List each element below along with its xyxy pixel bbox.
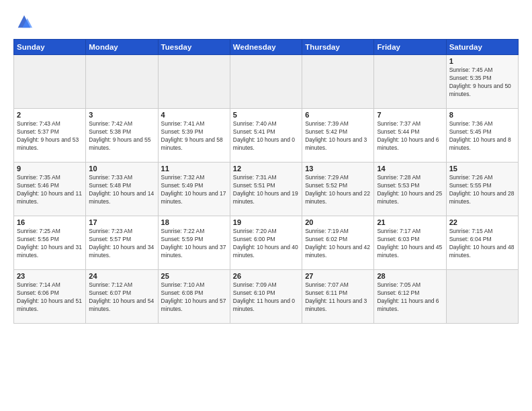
week-row-2: 2Sunrise: 7:43 AM Sunset: 5:37 PM Daylig… <box>14 109 519 163</box>
day-info: Sunrise: 7:39 AM Sunset: 5:42 PM Dayligh… <box>305 120 371 152</box>
day-number: 6 <box>305 111 371 119</box>
day-number: 28 <box>377 272 443 280</box>
week-row-1: 1Sunrise: 7:45 AM Sunset: 5:35 PM Daylig… <box>14 55 519 109</box>
day-cell: 12Sunrise: 7:31 AM Sunset: 5:51 PM Dayli… <box>230 163 302 216</box>
day-cell: 13Sunrise: 7:29 AM Sunset: 5:52 PM Dayli… <box>302 163 374 216</box>
day-number: 26 <box>233 272 299 280</box>
day-cell <box>86 55 158 109</box>
day-info: Sunrise: 7:17 AM Sunset: 6:03 PM Dayligh… <box>377 228 443 260</box>
day-cell: 2Sunrise: 7:43 AM Sunset: 5:37 PM Daylig… <box>14 109 86 163</box>
day-number: 11 <box>161 165 227 173</box>
day-number: 22 <box>449 218 515 226</box>
day-cell: 25Sunrise: 7:10 AM Sunset: 6:08 PM Dayli… <box>158 270 230 324</box>
day-number: 16 <box>17 218 83 226</box>
col-header-sunday: Sunday <box>14 40 86 55</box>
day-info: Sunrise: 7:14 AM Sunset: 6:06 PM Dayligh… <box>17 281 83 314</box>
day-info: Sunrise: 7:42 AM Sunset: 5:38 PM Dayligh… <box>89 120 154 152</box>
day-number: 5 <box>233 111 299 119</box>
day-info: Sunrise: 7:37 AM Sunset: 5:44 PM Dayligh… <box>377 120 443 152</box>
header <box>13 12 519 31</box>
day-number: 4 <box>161 111 227 119</box>
logo <box>13 12 34 31</box>
calendar-header: SundayMondayTuesdayWednesdayThursdayFrid… <box>14 40 519 55</box>
calendar-body: 1Sunrise: 7:45 AM Sunset: 5:35 PM Daylig… <box>14 55 519 324</box>
day-info: Sunrise: 7:12 AM Sunset: 6:07 PM Dayligh… <box>89 281 154 314</box>
day-cell: 8Sunrise: 7:36 AM Sunset: 5:45 PM Daylig… <box>446 109 518 163</box>
day-cell: 3Sunrise: 7:42 AM Sunset: 5:38 PM Daylig… <box>86 109 158 163</box>
day-info: Sunrise: 7:32 AM Sunset: 5:49 PM Dayligh… <box>161 174 227 206</box>
day-info: Sunrise: 7:33 AM Sunset: 5:48 PM Dayligh… <box>89 174 154 206</box>
week-row-3: 9Sunrise: 7:35 AM Sunset: 5:46 PM Daylig… <box>14 163 519 216</box>
day-number: 18 <box>161 218 227 226</box>
day-number: 25 <box>161 272 227 280</box>
day-number: 23 <box>17 272 83 280</box>
day-cell: 4Sunrise: 7:41 AM Sunset: 5:39 PM Daylig… <box>158 109 230 163</box>
week-row-4: 16Sunrise: 7:25 AM Sunset: 5:56 PM Dayli… <box>14 216 519 270</box>
day-cell <box>14 55 86 109</box>
day-cell: 18Sunrise: 7:22 AM Sunset: 5:59 PM Dayli… <box>158 216 230 270</box>
day-number: 3 <box>89 111 154 119</box>
day-number: 17 <box>89 218 154 226</box>
col-header-saturday: Saturday <box>446 40 518 55</box>
day-cell: 20Sunrise: 7:19 AM Sunset: 6:02 PM Dayli… <box>302 216 374 270</box>
day-number: 14 <box>377 165 443 173</box>
day-info: Sunrise: 7:28 AM Sunset: 5:53 PM Dayligh… <box>377 174 443 206</box>
day-info: Sunrise: 7:10 AM Sunset: 6:08 PM Dayligh… <box>161 281 227 314</box>
logo-icon <box>15 12 34 31</box>
day-info: Sunrise: 7:40 AM Sunset: 5:41 PM Dayligh… <box>233 120 299 152</box>
col-header-friday: Friday <box>374 40 446 55</box>
day-cell <box>302 55 374 109</box>
col-header-wednesday: Wednesday <box>230 40 302 55</box>
day-cell: 22Sunrise: 7:15 AM Sunset: 6:04 PM Dayli… <box>446 216 518 270</box>
day-info: Sunrise: 7:19 AM Sunset: 6:02 PM Dayligh… <box>305 228 371 260</box>
day-number: 1 <box>449 57 515 65</box>
day-number: 12 <box>233 165 299 173</box>
day-cell: 11Sunrise: 7:32 AM Sunset: 5:49 PM Dayli… <box>158 163 230 216</box>
calendar-table: SundayMondayTuesdayWednesdayThursdayFrid… <box>13 39 519 324</box>
day-cell: 26Sunrise: 7:09 AM Sunset: 6:10 PM Dayli… <box>230 270 302 324</box>
day-cell <box>230 55 302 109</box>
day-info: Sunrise: 7:29 AM Sunset: 5:52 PM Dayligh… <box>305 174 371 206</box>
day-info: Sunrise: 7:23 AM Sunset: 5:57 PM Dayligh… <box>89 228 154 260</box>
day-number: 10 <box>89 165 154 173</box>
col-header-tuesday: Tuesday <box>158 40 230 55</box>
day-cell: 24Sunrise: 7:12 AM Sunset: 6:07 PM Dayli… <box>86 270 158 324</box>
day-cell: 7Sunrise: 7:37 AM Sunset: 5:44 PM Daylig… <box>374 109 446 163</box>
day-info: Sunrise: 7:25 AM Sunset: 5:56 PM Dayligh… <box>17 228 83 260</box>
day-cell: 17Sunrise: 7:23 AM Sunset: 5:57 PM Dayli… <box>86 216 158 270</box>
day-number: 2 <box>17 111 83 119</box>
day-cell: 21Sunrise: 7:17 AM Sunset: 6:03 PM Dayli… <box>374 216 446 270</box>
day-info: Sunrise: 7:20 AM Sunset: 6:00 PM Dayligh… <box>233 228 299 260</box>
day-info: Sunrise: 7:07 AM Sunset: 6:11 PM Dayligh… <box>305 281 371 314</box>
day-number: 21 <box>377 218 443 226</box>
day-info: Sunrise: 7:35 AM Sunset: 5:46 PM Dayligh… <box>17 174 83 206</box>
day-info: Sunrise: 7:31 AM Sunset: 5:51 PM Dayligh… <box>233 174 299 206</box>
day-number: 9 <box>17 165 83 173</box>
day-cell <box>158 55 230 109</box>
col-header-monday: Monday <box>86 40 158 55</box>
day-info: Sunrise: 7:36 AM Sunset: 5:45 PM Dayligh… <box>449 120 515 152</box>
day-number: 27 <box>305 272 371 280</box>
day-cell <box>446 270 518 324</box>
day-info: Sunrise: 7:22 AM Sunset: 5:59 PM Dayligh… <box>161 228 227 260</box>
day-info: Sunrise: 7:45 AM Sunset: 5:35 PM Dayligh… <box>449 66 515 99</box>
day-number: 7 <box>377 111 443 119</box>
col-header-thursday: Thursday <box>302 40 374 55</box>
page: SundayMondayTuesdayWednesdayThursdayFrid… <box>0 0 532 411</box>
day-cell: 27Sunrise: 7:07 AM Sunset: 6:11 PM Dayli… <box>302 270 374 324</box>
day-cell: 28Sunrise: 7:05 AM Sunset: 6:12 PM Dayli… <box>374 270 446 324</box>
day-info: Sunrise: 7:41 AM Sunset: 5:39 PM Dayligh… <box>161 120 227 152</box>
day-info: Sunrise: 7:43 AM Sunset: 5:37 PM Dayligh… <box>17 120 83 152</box>
day-cell: 19Sunrise: 7:20 AM Sunset: 6:00 PM Dayli… <box>230 216 302 270</box>
day-cell: 14Sunrise: 7:28 AM Sunset: 5:53 PM Dayli… <box>374 163 446 216</box>
day-number: 20 <box>305 218 371 226</box>
day-number: 19 <box>233 218 299 226</box>
day-cell: 15Sunrise: 7:26 AM Sunset: 5:55 PM Dayli… <box>446 163 518 216</box>
day-cell: 16Sunrise: 7:25 AM Sunset: 5:56 PM Dayli… <box>14 216 86 270</box>
day-cell: 1Sunrise: 7:45 AM Sunset: 5:35 PM Daylig… <box>446 55 518 109</box>
day-cell: 9Sunrise: 7:35 AM Sunset: 5:46 PM Daylig… <box>14 163 86 216</box>
day-cell: 10Sunrise: 7:33 AM Sunset: 5:48 PM Dayli… <box>86 163 158 216</box>
day-cell: 23Sunrise: 7:14 AM Sunset: 6:06 PM Dayli… <box>14 270 86 324</box>
day-number: 13 <box>305 165 371 173</box>
day-cell: 6Sunrise: 7:39 AM Sunset: 5:42 PM Daylig… <box>302 109 374 163</box>
